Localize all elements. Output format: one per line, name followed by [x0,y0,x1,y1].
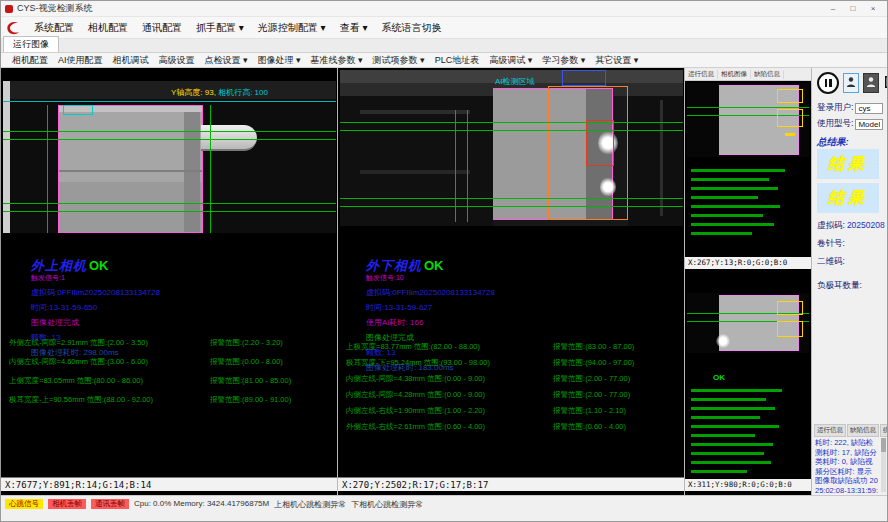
measurement-text-row [691,389,782,392]
login-user-label: 登录用户: [817,102,853,114]
menu-language-switch[interactable]: 系统语言切换 [374,19,448,37]
measurement-text-rows [691,169,802,241]
log-tab-stat-info[interactable]: 统计信息 [880,424,888,437]
window-title: CYS-视觉检测系统 [17,2,93,15]
measurement-row: 上极宽度=83.77mm 范围:(82.00 - 88.00)报警范围:(83.… [346,342,680,352]
row-height-value: Y轴高度: 93, [171,88,216,97]
measurement-list: 外侧左线-间隙=2.91mm 范围:(2.00 - 3.50)报警范围:(2.2… [9,338,333,414]
menu-system-config[interactable]: 系统配置 [27,19,81,37]
thumb-tab-camera-image[interactable]: 相机图像 [718,70,751,79]
tab-run-image[interactable]: 运行图像 [3,36,59,52]
menu-camera-config[interactable]: 相机配置 [81,19,135,37]
tool-image-process[interactable]: 图像处理 ▾ [253,54,306,67]
status-bar: 心跳信号 相机丢帧 通讯丢帧 Cpu: 0.0% Memory: 3424.41… [1,495,887,521]
user-login-button[interactable] [843,73,859,93]
close-button[interactable]: × [863,2,883,16]
tool-other-settings[interactable]: 其它设置 ▾ [590,54,643,67]
maximize-button[interactable]: □ [843,2,863,16]
measurement-text-row [691,205,780,208]
measurement-row: 极耳宽度-下=95.24mm 范围:(93.00 - 98.00)报警范围:(9… [346,358,680,368]
measurement-value: 内侧左线-间隙=4.28mm 范围:(0.00 - 9.00) [346,390,553,400]
measurement-text-row [691,169,785,172]
tool-advanced-settings[interactable]: 高级设置 [154,54,200,67]
brand-logo-icon [5,20,21,36]
roi-box-yellow [777,321,803,337]
measurement-text-rows [691,389,802,479]
tool-camera-config[interactable]: 相机配置 [7,54,53,67]
thumb-tab-defect-info[interactable]: 缺陷信息 [751,70,784,79]
log-output: 耗时: 222, 缺陷检测耗时: 17, 缺陷分类耗时: 0, 缺陷视频分区耗时… [815,438,879,492]
model-input[interactable] [855,119,883,130]
roi-box-cyan [63,105,93,115]
log-tab-run-info[interactable]: 运行信息 [814,424,846,437]
total-result-label: 总结果: [817,136,849,149]
measurement-text-row [691,416,760,419]
alarm-range: 报警范围:(83.00 - 87.00) [553,342,634,352]
cpu-memory-readout: Cpu: 0.0% Memory: 3424.41796875M [134,499,269,508]
scrollbar-thumb[interactable] [881,438,886,452]
log-tab-defect-info[interactable]: 缺陷信息 [847,424,879,437]
measurement-value: 外侧左线-间隙=2.91mm 范围:(2.00 - 3.50) [9,338,210,348]
measurement-value: 极耳宽度-下=95.24mm 范围:(93.00 - 98.00) [346,358,553,368]
menu-light-config[interactable]: 光源控制配置 ▾ [251,19,333,37]
main-area: Y轴高度: 93, 相机行高: 100 外上相机OK [1,68,887,495]
user-icon [846,76,856,90]
measurement-row: 外侧左线-间隙=2.91mm 范围:(2.00 - 3.50)报警范围:(2.2… [9,338,333,348]
model-label: 使用型号: [817,118,853,130]
measure-line-green [3,203,336,204]
menu-comm-config[interactable]: 通讯配置 [135,19,189,37]
menu-gripper-config[interactable]: 抓手配置 ▾ [189,19,251,37]
thumbnail-image[interactable] [687,83,809,157]
measurement-value: 极耳宽度-上=90.56mm 范围:(88.00 - 92.00) [9,395,210,405]
tool-camera-debug[interactable]: 相机调试 [108,54,154,67]
measure-line-green [340,130,683,131]
camera-image-outer-upper[interactable]: Y轴高度: 93, 相机行高: 100 [3,81,336,233]
app-icon [5,5,13,13]
thumbnail-image[interactable] [687,293,809,353]
camera-image-outer-lower[interactable]: AI检测区域 [340,70,683,226]
measurement-value: 上极宽度=83.77mm 范围:(82.00 - 88.00) [346,342,553,352]
camera-name: 外上相机 [31,258,87,273]
exit-button[interactable] [883,73,888,93]
machine-detail [360,170,470,174]
tool-spot-check[interactable]: 点检设置 ▾ [200,54,253,67]
measure-line-green [340,198,683,199]
result-display-1: 结果 [817,149,879,179]
qr-label: 二维码: [817,256,845,268]
tool-advanced-debug[interactable]: 高级调试 ▾ [484,54,537,67]
tab-count-label: 负极耳数量: [817,280,862,292]
minimize-button[interactable]: – [823,2,843,16]
tool-learn-params[interactable]: 学习参数 ▾ [537,54,590,67]
cell-seam [59,170,202,172]
pause-button[interactable] [817,72,839,94]
log-scrollbar[interactable] [881,438,886,492]
measurement-text-row [691,232,752,235]
measurement-value: 外侧左线-右线=2.61mm 范围:(0.60 - 4.00) [346,422,553,432]
measurement-row: 极耳宽度-上=90.56mm 范围:(88.00 - 92.00)报警范围:(8… [9,395,333,405]
tool-ai-config[interactable]: AI使用配置 [53,54,108,67]
roi-box-blue [562,70,606,86]
menu-view[interactable]: 查看 ▾ [333,19,375,37]
login-user-input[interactable] [855,103,883,114]
tool-plc-table[interactable]: PLC地址表 [430,54,485,67]
alarm-range: 报警范围:(0.60 - 4.00) [553,422,626,432]
thumb-tab-run-info[interactable]: 运行信息 [685,70,718,79]
alarm-range: 报警范围:(2.00 - 77.00) [553,374,630,384]
process-status: 图像处理完成 [31,317,160,328]
measurement-text-row [691,425,779,428]
reference-line-cyan [3,101,336,102]
heartbeat-badge: 心跳信号 [5,499,43,509]
capture-time: 时间:13-31-59-650 [31,302,160,313]
defect-box-red [586,120,614,166]
barcode-row: 虚拟码:20250208 [817,220,885,232]
measurement-text-row [691,461,771,464]
user-admin-button[interactable] [863,73,879,93]
tool-baseline-params[interactable]: 基准线参数 ▾ [306,54,368,67]
tool-test-params[interactable]: 测试项参数 ▾ [368,54,430,67]
alarm-range: 报警范围:(2.00 - 77.00) [553,390,630,400]
cell-region-outline [58,105,203,233]
label-mark-yellow [785,133,795,136]
cam-row-value: 相机行高: 100 [218,88,268,97]
pixel-coord-readout: X:267;Y:13;R:0;G:0;B:0 [685,257,811,269]
camera-name: 外下相机 [366,258,422,273]
